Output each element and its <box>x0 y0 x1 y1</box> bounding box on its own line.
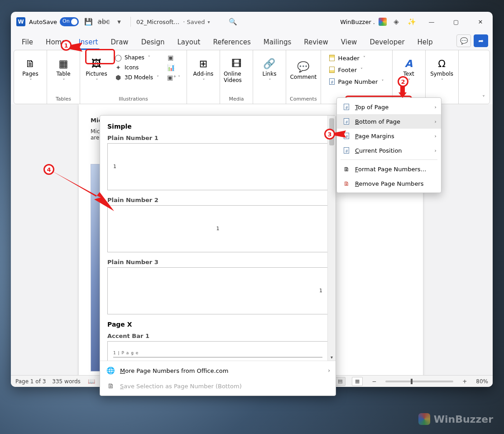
gallery-item-plain3-label: Plain Number 3 <box>107 259 328 265</box>
print-layout-button[interactable]: ▤ <box>335 377 346 386</box>
gallery-item-plain1-label: Plain Number 1 <box>107 135 328 141</box>
links-button[interactable]: 🔗 Links˅ <box>257 53 282 88</box>
tab-mailings[interactable]: Mailings <box>257 35 298 49</box>
tab-references[interactable]: References <box>206 35 257 49</box>
page-number-button[interactable]: Page Number˅ <box>325 77 389 87</box>
tab-file[interactable]: File <box>15 35 39 49</box>
document-title[interactable]: 02_Microsoft… <box>136 19 179 25</box>
header-button[interactable]: Header˅ <box>325 53 389 63</box>
close-button[interactable]: ✕ <box>470 14 491 30</box>
addins-button[interactable]: ⊞ Add-ins˅ <box>191 53 216 88</box>
autosave-label: AutoSave <box>29 19 57 25</box>
ribbon-tabs: File Home Insert Draw Design Layout Refe… <box>11 32 493 49</box>
spellcheck-icon[interactable]: 📖 <box>87 377 96 386</box>
account-avatar-icon[interactable] <box>379 18 387 26</box>
footer-icon <box>328 66 336 73</box>
gallery-save-selection: 🗎 Save Selection as Page Number (Bottom) <box>100 378 336 394</box>
save-status[interactable]: · Saved ▾ <box>183 19 210 25</box>
gallery-scrollbar[interactable]: ▾ <box>327 116 336 361</box>
pages-icon: 🗎 <box>25 58 35 69</box>
tab-draw[interactable]: Draw <box>104 35 134 49</box>
online-videos-button[interactable]: 🎞 Online Videos <box>224 53 249 88</box>
zoom-slider[interactable] <box>385 381 453 382</box>
screenshot-button[interactable]: ▣⁺˅ <box>164 73 183 82</box>
gallery-body: Simple Plain Number 1 1 Plain Number 2 1… <box>100 116 336 361</box>
comments-pane-button[interactable]: 💬 <box>456 34 471 47</box>
pn-page-margins[interactable]: Page Margins › <box>337 129 441 143</box>
chevron-right-icon: › <box>328 367 330 374</box>
icons-icon: ✦ <box>115 64 122 71</box>
strikethrough-icon[interactable]: abc <box>98 16 110 28</box>
pn-format-numbers[interactable]: 🗎 Format Page Numbers… <box>337 162 441 176</box>
3d-models-button[interactable]: ⬢3D Models˅ <box>112 73 162 82</box>
pn-top-of-page[interactable]: Top of Page › <box>337 100 441 114</box>
annotation-marker-3: 3 <box>324 129 335 140</box>
autosave-switch[interactable]: On <box>60 17 79 26</box>
status-page[interactable]: Page 1 of 3 <box>15 378 46 385</box>
tab-layout[interactable]: Layout <box>171 35 206 49</box>
gallery-item-plain2[interactable]: 1 <box>107 205 328 252</box>
footer-button[interactable]: Footer˅ <box>325 65 389 75</box>
collapse-ribbon-button[interactable]: ˅ <box>479 93 489 103</box>
tab-design[interactable]: Design <box>135 35 171 49</box>
pictures-button[interactable]: 🖼 Pictures˅ <box>84 53 109 88</box>
pn-remove-numbers[interactable]: 🗎 Remove Page Numbers <box>337 176 441 191</box>
online-videos-icon: 🎞 <box>231 58 241 69</box>
annotation-marker-1: 1 <box>61 40 72 51</box>
tab-developer[interactable]: Developer <box>363 35 411 49</box>
group-comments: 💬 Comment Comments <box>286 50 321 104</box>
icons-button[interactable]: ✦Icons <box>112 63 162 72</box>
pages-button[interactable]: 🗎 Pages˅ <box>18 53 43 88</box>
share-button[interactable]: ➦ <box>474 34 488 47</box>
gallery-section-pagex: Page X <box>107 321 328 328</box>
zoom-out-button[interactable]: − <box>372 378 376 385</box>
watermark-logo-icon <box>418 413 430 425</box>
tab-insert[interactable]: Insert <box>72 35 104 49</box>
group-header-footer: Header˅ Footer˅ Page Number˅ <box>321 50 393 104</box>
globe-icon: 🌐 <box>106 366 115 375</box>
account-name[interactable]: WinBuzzer . <box>340 19 375 25</box>
gallery-item-plain2-label: Plain Number 2 <box>107 197 328 203</box>
zoom-in-button[interactable]: + <box>462 378 467 385</box>
zoom-level[interactable]: 80% <box>476 378 488 385</box>
page-number-gallery: Simple Plain Number 1 1 Plain Number 2 1… <box>100 115 336 396</box>
chevron-right-icon: › <box>435 119 437 125</box>
qat-customize-icon[interactable]: ▾ <box>113 16 125 28</box>
menu-separator <box>341 159 437 160</box>
magic-eraser-icon[interactable]: ✨ <box>406 16 418 28</box>
group-pages: 🗎 Pages˅ <box>14 50 47 104</box>
annotation-marker-2: 2 <box>398 76 408 87</box>
chevron-right-icon: › <box>435 148 437 154</box>
web-layout-button[interactable]: ▦ <box>352 377 363 386</box>
group-symbols: Ω Symbols˅ <box>426 50 459 104</box>
maximize-button[interactable]: ▢ <box>446 14 466 30</box>
smartart-button[interactable]: ▣ <box>164 53 183 62</box>
group-addins: ⊞ Add-ins˅ <box>187 50 220 104</box>
group-links: 🔗 Links˅ <box>253 50 286 104</box>
shapes-button[interactable]: ◯Shapes˅ <box>112 53 162 62</box>
tab-review[interactable]: Review <box>298 35 335 49</box>
tab-help[interactable]: Help <box>411 35 439 49</box>
group-text: A Text˅ <box>393 50 426 104</box>
status-words[interactable]: 335 words <box>52 378 80 385</box>
tab-view[interactable]: View <box>335 35 364 49</box>
comment-button[interactable]: 💬 Comment <box>291 53 316 88</box>
shapes-icon: ◯ <box>115 54 122 61</box>
pn-current-position[interactable]: Current Position › <box>337 143 441 158</box>
chart-button[interactable]: 📊 <box>164 63 183 72</box>
diamond-premium-icon[interactable]: ◈ <box>390 16 402 28</box>
page-number-icon <box>328 78 336 85</box>
gallery-item-accent1[interactable]: 1 | P a g e <box>107 341 328 361</box>
search-icon[interactable]: 🔍 <box>227 16 239 28</box>
autosave-toggle[interactable]: AutoSave On <box>29 17 79 26</box>
word-app-icon: W <box>16 17 25 26</box>
minimize-button[interactable]: — <box>421 14 442 30</box>
table-button[interactable]: ▦ Table˅ <box>51 53 76 88</box>
gallery-item-plain1[interactable]: 1 <box>107 143 328 190</box>
gallery-item-plain3[interactable]: 1 <box>107 267 328 314</box>
links-icon: 🔗 <box>263 58 275 69</box>
symbols-button[interactable]: Ω Symbols˅ <box>429 53 455 88</box>
pn-bottom-of-page[interactable]: Bottom of Page › <box>337 114 441 129</box>
save-icon[interactable]: 💾 <box>82 16 94 28</box>
gallery-more-from-office[interactable]: 🌐 More Page Numbers from Office.com › <box>100 363 336 378</box>
